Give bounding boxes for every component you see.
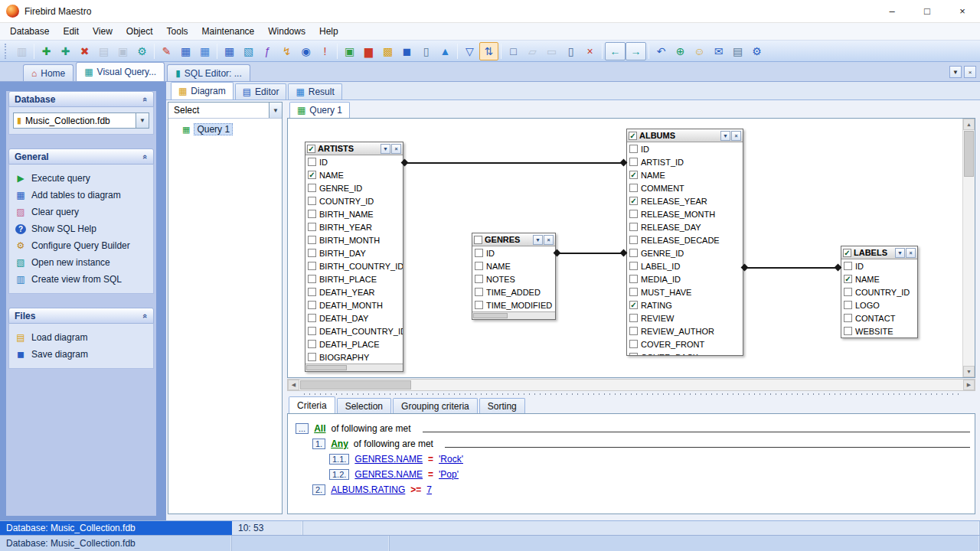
- field-row[interactable]: GENRE_ID: [305, 181, 403, 194]
- send-feedback-button[interactable]: ✉: [709, 42, 728, 60]
- vertical-scrollbar[interactable]: ▲ ▼: [962, 119, 975, 377]
- create-view-button[interactable]: ▧: [239, 42, 258, 60]
- section-header-database[interactable]: Database«: [8, 91, 154, 107]
- customers-area-button[interactable]: ☺: [690, 42, 709, 60]
- navigate-back-button[interactable]: ←: [605, 42, 626, 60]
- tab-selection[interactable]: Selection: [337, 398, 391, 413]
- field-checkbox[interactable]: [629, 158, 638, 166]
- table-dropdown-button[interactable]: ▼: [533, 235, 543, 245]
- field-checkbox[interactable]: [308, 262, 316, 270]
- undo-button[interactable]: ↶: [652, 42, 671, 60]
- field-row[interactable]: ARTIST_ID: [627, 155, 743, 168]
- collapse-icon[interactable]: «: [141, 96, 150, 101]
- field-row[interactable]: LABEL_ID: [627, 259, 743, 272]
- tab-list-dropdown-button[interactable]: ▼: [949, 66, 962, 78]
- field-checkbox[interactable]: [308, 236, 316, 244]
- scroll-right-button[interactable]: ▶: [963, 380, 975, 390]
- field-row[interactable]: BIOGRAPHY: [305, 350, 403, 364]
- field-row[interactable]: COMMENT: [627, 181, 743, 194]
- show-sql-help-item[interactable]: ?Show SQL Help: [13, 220, 149, 237]
- menu-item-edit[interactable]: Edit: [56, 24, 86, 39]
- tree-node-query-1[interactable]: ▦ Query 1: [172, 123, 279, 135]
- field-checkbox[interactable]: [844, 262, 852, 270]
- field-checkbox[interactable]: [629, 249, 638, 257]
- field-row[interactable]: DEATH_PLACE: [305, 337, 403, 350]
- field-row[interactable]: RELEASE_MONTH: [627, 207, 743, 220]
- field-checkbox[interactable]: ✓: [629, 301, 638, 309]
- backup-database-button[interactable]: ◼: [397, 42, 416, 60]
- image-editor-button[interactable]: ▣: [340, 42, 359, 60]
- field-checkbox[interactable]: [629, 314, 638, 322]
- field-row[interactable]: BIRTH_YEAR: [305, 220, 403, 233]
- package-manager-button[interactable]: ▩: [378, 42, 397, 60]
- field-row[interactable]: BIRTH_MONTH: [305, 233, 403, 246]
- field-row[interactable]: ID: [841, 259, 917, 272]
- field-checkbox[interactable]: [629, 184, 638, 192]
- condition-operator[interactable]: =: [428, 469, 433, 480]
- register-host-button[interactable]: ✚: [56, 42, 75, 60]
- condition-operator[interactable]: >=: [410, 484, 421, 495]
- diagram-table-artists[interactable]: ✓ARTISTS▼×ID✓NAMEGENRE_IDCOUNTRY_IDBIRTH…: [305, 142, 403, 372]
- collapse-icon[interactable]: «: [141, 154, 150, 158]
- tab-editor[interactable]: ▤Editor: [235, 83, 287, 99]
- horizontal-scrollbar[interactable]: ◀ ▶: [287, 379, 975, 391]
- navigate-forward-button[interactable]: →: [626, 42, 646, 60]
- criteria-node-button[interactable]: ...: [296, 423, 309, 434]
- field-checkbox[interactable]: [844, 288, 852, 296]
- close-button[interactable]: ×: [945, 0, 980, 22]
- splitter-handle[interactable]: [287, 391, 975, 396]
- field-row[interactable]: NOTES: [472, 272, 555, 285]
- refresh-database-button[interactable]: ⚙: [132, 42, 152, 60]
- field-checkbox[interactable]: ✓: [629, 197, 638, 205]
- field-checkbox[interactable]: [844, 314, 852, 322]
- create-trigger-button[interactable]: ↯: [277, 42, 296, 60]
- diagram-table-albums[interactable]: ✓ALBUMS▼×IDARTIST_ID✓NAMECOMMENT✓RELEASE…: [626, 129, 743, 356]
- field-checkbox[interactable]: [629, 327, 638, 335]
- maximize-button[interactable]: □: [910, 0, 945, 22]
- field-checkbox[interactable]: [629, 262, 638, 270]
- field-checkbox[interactable]: [308, 249, 316, 257]
- data-grid-button[interactable]: ▦: [195, 42, 214, 60]
- field-checkbox[interactable]: [308, 197, 316, 205]
- clear-query-item[interactable]: ▨Clear query: [13, 204, 149, 220]
- field-checkbox[interactable]: [308, 327, 316, 335]
- field-row[interactable]: TIME_ADDED: [472, 285, 555, 298]
- field-checkbox[interactable]: [629, 340, 638, 348]
- field-row[interactable]: LOGO: [841, 298, 917, 311]
- table-checkbox[interactable]: ✓: [307, 145, 315, 153]
- field-row[interactable]: ✓NAME: [627, 168, 743, 181]
- condition-value-link[interactable]: 'Rock': [439, 454, 463, 465]
- field-checkbox[interactable]: [629, 210, 638, 218]
- scroll-left-button[interactable]: ◀: [288, 380, 299, 390]
- table-browser-button[interactable]: ▦: [176, 42, 195, 60]
- field-row[interactable]: DEATH_COUNTRY_ID: [305, 324, 403, 337]
- field-row[interactable]: BIRTH_COUNTRY_ID: [305, 259, 403, 272]
- field-row[interactable]: CONTACT: [841, 311, 917, 324]
- field-row[interactable]: BIRTH_DAY: [305, 246, 403, 259]
- field-row[interactable]: DEATH_YEAR: [305, 285, 403, 298]
- toolbar-grip[interactable]: [5, 44, 8, 59]
- field-row[interactable]: GENRE_ID: [627, 246, 743, 259]
- sql-editor-button[interactable]: ✎: [157, 42, 176, 60]
- tab-diagram[interactable]: ▦Diagram: [171, 82, 234, 99]
- field-checkbox[interactable]: [629, 275, 638, 283]
- field-checkbox[interactable]: [629, 353, 638, 356]
- field-row[interactable]: REVIEW: [627, 311, 743, 324]
- query-tab[interactable]: ▦ Query 1: [289, 102, 350, 118]
- table-scrollbar[interactable]: [472, 311, 555, 319]
- tab-sorting[interactable]: Sorting: [479, 398, 525, 413]
- menu-item-windows[interactable]: Windows: [261, 24, 312, 39]
- table-scroll-thumb[interactable]: [473, 313, 508, 318]
- field-row[interactable]: MUST_HAVE: [627, 285, 743, 298]
- field-checkbox[interactable]: [475, 249, 483, 257]
- register-database-button[interactable]: ✚: [37, 42, 56, 60]
- unregister-database-button[interactable]: ✖: [75, 42, 94, 60]
- field-row[interactable]: WEBSITE: [841, 324, 917, 337]
- minimize-button[interactable]: –: [874, 0, 910, 22]
- field-checkbox[interactable]: [475, 301, 483, 309]
- field-row[interactable]: MEDIA_ID: [627, 272, 743, 285]
- field-checkbox[interactable]: [475, 262, 483, 270]
- field-row[interactable]: REVIEW_AUTHOR: [627, 324, 743, 337]
- field-checkbox[interactable]: [629, 223, 638, 231]
- tab-visual-query[interactable]: ▦Visual Query...: [76, 62, 165, 81]
